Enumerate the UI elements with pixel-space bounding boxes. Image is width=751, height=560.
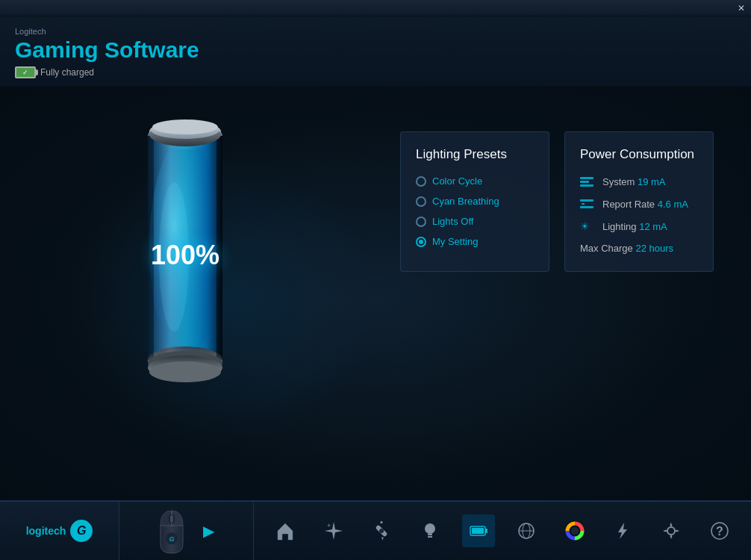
system-value: 19 mA: [638, 176, 666, 187]
lighting-presets-title: Lighting Presets: [416, 147, 534, 162]
home-icon: [275, 520, 296, 541]
color-wheel-icon: [564, 520, 585, 541]
help-icon: ?: [709, 520, 730, 541]
svg-point-22: [379, 529, 384, 533]
nav-effects[interactable]: [317, 514, 350, 547]
effects-icon: [323, 520, 344, 541]
taskbar-brand: logitech G: [0, 502, 119, 560]
system-icon: [580, 175, 595, 187]
nav-battery[interactable]: [462, 514, 495, 547]
system-label: System 19 mA: [602, 176, 666, 187]
nav-bulb[interactable]: [414, 514, 446, 547]
svg-text:G: G: [169, 535, 174, 543]
panels-container: Lighting Presets Color Cycle Cyan Breath…: [400, 131, 714, 272]
lighting-icon: ☀: [580, 220, 595, 232]
svg-rect-18: [170, 515, 173, 523]
nav-color[interactable]: [558, 514, 591, 547]
mouse-icon: G: [153, 507, 190, 556]
lighting-value: 12 mA: [639, 221, 667, 232]
preset-lights-off[interactable]: Lights Off: [416, 216, 534, 227]
nav-gear[interactable]: [655, 514, 688, 547]
svg-point-32: [571, 527, 579, 535]
radio-color-cycle[interactable]: [416, 176, 426, 187]
arrow-button[interactable]: ▶: [198, 520, 220, 542]
brand-name: Logitech: [15, 27, 736, 36]
gear-icon: [661, 520, 682, 541]
preset-my-setting-label: My Setting: [432, 236, 478, 247]
svg-point-33: [667, 527, 675, 535]
lightning-icon: [612, 520, 633, 541]
preset-color-cycle-label: Color Cycle: [432, 175, 482, 187]
nav-lightning[interactable]: [606, 514, 639, 547]
logitech-text: logitech: [26, 525, 66, 537]
logitech-g-logo: G: [70, 520, 93, 542]
nav-globe[interactable]: [510, 514, 543, 547]
radio-cyan-breathing[interactable]: [416, 196, 426, 207]
report-rate-value: 4.6 mA: [658, 199, 688, 210]
svg-text:?: ?: [716, 525, 723, 538]
svg-rect-25: [428, 536, 432, 538]
logitech-logo: logitech G: [26, 520, 93, 542]
main-content: 100% Lighting Presets Color Cycle Cyan B…: [0, 87, 751, 511]
nav-help[interactable]: ?: [703, 514, 736, 547]
battery-percent: 100%: [151, 240, 219, 271]
arrow-icon: ▶: [203, 522, 214, 540]
nav-icons: ?: [254, 514, 751, 547]
taskbar: logitech G G ▶: [0, 500, 751, 560]
bulb-icon: [420, 520, 440, 541]
power-consumption-title: Power Consumption: [580, 147, 698, 162]
nav-settings[interactable]: [365, 514, 398, 547]
battery-visual: 100%: [110, 108, 260, 391]
report-rate-label: Report Rate 4.6 mA: [602, 199, 688, 210]
preset-cyan-breathing-label: Cyan Breathing: [432, 196, 499, 207]
battery-label: Fully charged: [40, 67, 94, 78]
svg-rect-27: [485, 529, 487, 533]
titlebar: ✕: [0, 0, 751, 16]
power-report-rate: Report Rate 4.6 mA: [580, 198, 698, 210]
nav-home[interactable]: [269, 514, 302, 547]
lighting-presets-panel: Lighting Presets Color Cycle Cyan Breath…: [400, 131, 549, 272]
power-lighting: ☀ Lighting 12 mA: [580, 220, 698, 232]
svg-rect-28: [472, 528, 484, 534]
globe-icon: [516, 520, 537, 541]
settings-icon: [371, 520, 392, 541]
report-rate-icon: [580, 198, 595, 210]
svg-point-13: [152, 119, 218, 134]
power-consumption-panel: Power Consumption System 19 mA Report Ra…: [564, 131, 714, 272]
battery-icon: [15, 66, 36, 78]
app-title: Gaming Software: [15, 37, 736, 62]
battery-nav-icon: [468, 520, 489, 541]
max-charge-value: 22 hours: [635, 243, 673, 254]
max-charge: Max Charge 22 hours: [580, 243, 698, 254]
battery-status: Fully charged: [15, 66, 736, 78]
preset-lights-off-label: Lights Off: [432, 216, 473, 227]
preset-my-setting[interactable]: My Setting: [416, 236, 534, 247]
preset-cyan-breathing[interactable]: Cyan Breathing: [416, 196, 534, 207]
svg-point-10: [149, 361, 221, 382]
radio-my-setting[interactable]: [416, 237, 426, 247]
svg-rect-24: [428, 534, 432, 535]
power-system: System 19 mA: [580, 175, 698, 187]
close-button[interactable]: ✕: [738, 3, 745, 13]
radio-lights-off[interactable]: [416, 217, 426, 227]
header: Logitech Gaming Software Fully charged: [0, 16, 751, 87]
preset-color-cycle[interactable]: Color Cycle: [416, 175, 534, 187]
lighting-label: Lighting 12 mA: [602, 221, 667, 232]
device-area: G ▶: [119, 502, 254, 560]
